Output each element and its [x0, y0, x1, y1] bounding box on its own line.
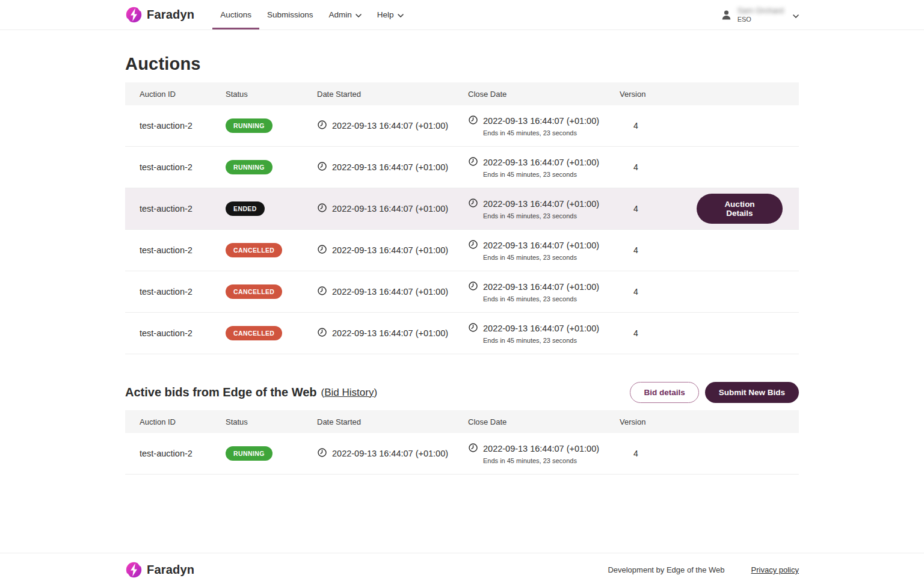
- auctions-table: Auction ID Status Date Started Close Dat…: [125, 82, 799, 354]
- clock-icon: [468, 281, 478, 293]
- chevron-down-icon: [793, 10, 799, 20]
- table-row: test-auction-2 RUNNING 2022-09-13 16:44:…: [125, 105, 799, 147]
- active-bids-header: Active bids from Edge of the Web (Bid Hi…: [125, 382, 799, 403]
- date-started-cell: 2022-09-13 16:44:07 (+01:00): [317, 120, 468, 132]
- status-badge: RUNNING: [226, 160, 273, 174]
- close-date-cell: 2022-09-13 16:44:07 (+01:00) Ends in 45 …: [468, 281, 620, 303]
- brand-name: Faradyn: [147, 8, 194, 22]
- date-started-cell: 2022-09-13 16:44:07 (+01:00): [317, 244, 468, 256]
- clock-icon: [468, 322, 478, 334]
- status-badge: RUNNING: [226, 446, 273, 461]
- chevron-down-icon: [356, 10, 362, 19]
- clock-icon: [317, 447, 327, 459]
- user-menu[interactable]: Sam Orchard ESO: [721, 0, 799, 29]
- page-title: Auctions: [125, 54, 799, 74]
- nav-item-auctions[interactable]: Auctions: [212, 0, 259, 29]
- page-footer: Faradyn Development by Edge of the Web P…: [0, 553, 924, 587]
- table-row: test-auction-2 CANCELLED 2022-09-13 16:4…: [125, 313, 799, 354]
- status-cell: CANCELLED: [226, 326, 317, 340]
- date-started-cell: 2022-09-13 16:44:07 (+01:00): [317, 286, 468, 298]
- user-avatar-icon: [721, 9, 732, 20]
- column-header: Date Started: [317, 90, 468, 99]
- ends-in-text: Ends in 45 minutes, 23 seconds: [483, 337, 620, 344]
- column-header: Date Started: [317, 417, 468, 426]
- footer-brand[interactable]: Faradyn: [125, 561, 194, 579]
- column-header: Status: [226, 90, 317, 99]
- version-cell: 4: [620, 204, 697, 214]
- column-header: Status: [226, 417, 317, 426]
- table-row: test-auction-2 CANCELLED 2022-09-13 16:4…: [125, 230, 799, 271]
- close-date-cell: 2022-09-13 16:44:07 (+01:00) Ends in 45 …: [468, 115, 620, 137]
- bid-details-button[interactable]: Bid details: [630, 382, 698, 403]
- auction-id-cell: test-auction-2: [140, 328, 226, 338]
- brand-logo[interactable]: Faradyn: [125, 0, 194, 29]
- clock-icon: [317, 327, 327, 339]
- version-cell: 4: [620, 162, 697, 172]
- version-cell: 4: [620, 449, 697, 458]
- submit-new-bids-button[interactable]: Submit New Bids: [705, 382, 799, 403]
- auction-id-cell: test-auction-2: [140, 287, 226, 297]
- column-header: Auction ID: [140, 90, 226, 99]
- ends-in-text: Ends in 45 minutes, 23 seconds: [483, 295, 620, 303]
- status-badge: ENDED: [226, 201, 265, 216]
- table-row: test-auction-2 ENDED 2022-09-13 16:44:07…: [125, 188, 799, 230]
- auctions-table-header: Auction ID Status Date Started Close Dat…: [125, 82, 799, 105]
- status-badge: CANCELLED: [226, 243, 282, 257]
- bid-history-wrap: (Bid History): [321, 387, 378, 399]
- clock-icon: [317, 203, 327, 215]
- auction-id-cell: test-auction-2: [140, 204, 226, 214]
- ends-in-text: Ends in 45 minutes, 23 seconds: [483, 457, 620, 464]
- top-navigation-bar: Faradyn Auctions Submissions Admin Help …: [0, 0, 924, 30]
- date-started-cell: 2022-09-13 16:44:07 (+01:00): [317, 203, 468, 215]
- auction-id-cell: test-auction-2: [140, 245, 226, 255]
- date-started-cell: 2022-09-13 16:44:07 (+01:00): [317, 447, 468, 459]
- status-cell: RUNNING: [226, 118, 317, 133]
- faradyn-logo-icon: [125, 6, 143, 23]
- version-cell: 4: [620, 328, 697, 338]
- close-date-cell: 2022-09-13 16:44:07 (+01:00) Ends in 45 …: [468, 322, 620, 344]
- active-bids-table-header: Auction ID Status Date Started Close Dat…: [125, 410, 799, 433]
- ends-in-text: Ends in 45 minutes, 23 seconds: [483, 129, 620, 137]
- privacy-policy-link[interactable]: Privacy policy: [751, 565, 799, 574]
- nav-item-admin[interactable]: Admin: [321, 0, 369, 29]
- active-bids-table: Auction ID Status Date Started Close Dat…: [125, 410, 799, 475]
- active-bids-title: Active bids from Edge of the Web: [125, 386, 317, 399]
- column-header: Close Date: [468, 90, 620, 99]
- version-cell: 4: [620, 287, 697, 297]
- clock-icon: [468, 156, 478, 168]
- table-row: test-auction-2 RUNNING 2022-09-13 16:44:…: [125, 433, 799, 475]
- bid-history-link[interactable]: Bid History: [324, 387, 374, 398]
- column-header: Close Date: [468, 417, 620, 426]
- user-name: Sam Orchard: [738, 6, 784, 16]
- status-badge: CANCELLED: [226, 326, 282, 340]
- status-badge: CANCELLED: [226, 284, 282, 299]
- auction-id-cell: test-auction-2: [140, 449, 226, 458]
- clock-icon: [468, 239, 478, 251]
- table-row: test-auction-2 RUNNING 2022-09-13 16:44:…: [125, 147, 799, 188]
- status-cell: RUNNING: [226, 160, 317, 174]
- clock-icon: [317, 244, 327, 256]
- clock-icon: [317, 161, 327, 173]
- user-org: ESO: [738, 16, 784, 24]
- nav-item-submissions[interactable]: Submissions: [259, 0, 321, 29]
- nav-item-help[interactable]: Help: [369, 0, 411, 29]
- column-header: Version: [620, 417, 697, 426]
- auction-details-button[interactable]: Auction Details: [697, 194, 783, 224]
- clock-icon: [317, 120, 327, 132]
- status-cell: RUNNING: [226, 446, 317, 461]
- clock-icon: [317, 286, 327, 298]
- chevron-down-icon: [398, 10, 404, 19]
- clock-icon: [468, 115, 478, 127]
- ends-in-text: Ends in 45 minutes, 23 seconds: [483, 254, 620, 261]
- status-cell: CANCELLED: [226, 284, 317, 299]
- close-date-cell: 2022-09-13 16:44:07 (+01:00) Ends in 45 …: [468, 443, 620, 464]
- date-started-cell: 2022-09-13 16:44:07 (+01:00): [317, 327, 468, 339]
- faradyn-logo-icon: [125, 561, 143, 579]
- clock-icon: [468, 198, 478, 210]
- ends-in-text: Ends in 45 minutes, 23 seconds: [483, 212, 620, 220]
- close-date-cell: 2022-09-13 16:44:07 (+01:00) Ends in 45 …: [468, 156, 620, 178]
- version-cell: 4: [620, 245, 697, 255]
- status-cell: CANCELLED: [226, 243, 317, 257]
- main-nav: Auctions Submissions Admin Help: [212, 0, 411, 29]
- status-badge: RUNNING: [226, 118, 273, 133]
